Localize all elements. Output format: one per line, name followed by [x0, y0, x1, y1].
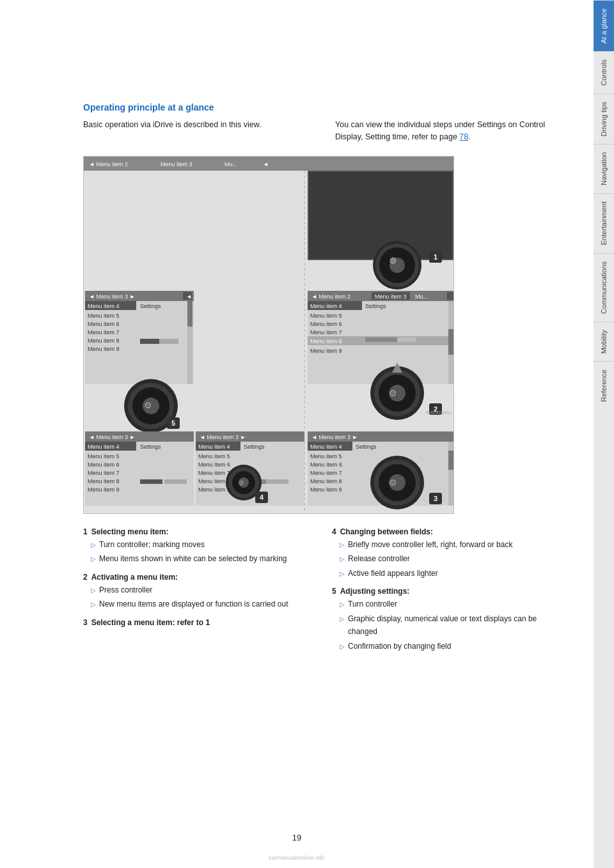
svg-text:◄ Menu item 3 ►: ◄ Menu item 3 ► — [311, 434, 358, 440]
bottom-logo: carmanualsonline.info — [0, 852, 594, 862]
svg-text:V0001E0938: V0001E0938 — [425, 410, 452, 414]
svg-text:1: 1 — [434, 253, 437, 261]
svg-text:⚙: ⚙ — [389, 477, 397, 488]
svg-rect-112 — [448, 451, 453, 470]
svg-text:Menu Item 6: Menu Item 6 — [198, 461, 230, 468]
svg-rect-49 — [140, 479, 162, 484]
tab-communications[interactable]: Communications — [594, 253, 614, 322]
svg-text:Menu item 9: Menu item 9 — [88, 486, 120, 493]
instructions-right: 4Changing between fields: ▷ Briefly move… — [332, 525, 562, 658]
tab-reference[interactable]: Reference — [594, 361, 614, 410]
svg-rect-6 — [309, 172, 452, 259]
svg-text:⚙: ⚙ — [239, 479, 244, 486]
svg-rect-71 — [448, 329, 453, 355]
svg-text:Settings: Settings — [140, 444, 161, 450]
svg-text:Menu item 7: Menu item 7 — [310, 329, 342, 336]
svg-text:Menu item 4: Menu item 4 — [310, 444, 342, 450]
svg-text:Menu item 8: Menu item 8 — [310, 478, 342, 484]
svg-text:⚙: ⚙ — [389, 256, 397, 266]
svg-text:Menu item 9: Menu item 9 — [310, 486, 342, 493]
svg-rect-50 — [164, 479, 187, 484]
svg-text:◄ Menu item 3 ►: ◄ Menu item 3 ► — [89, 434, 135, 440]
instructions-left: 1Selecting menu item: ▷ Turn controller;… — [83, 525, 313, 658]
svg-rect-68 — [365, 337, 397, 342]
tab-mobility[interactable]: Mobility — [594, 322, 614, 361]
sidebar-tabs: At a glance Controls Driving tips Naviga… — [594, 0, 614, 868]
svg-text:Menu item 6: Menu item 6 — [88, 321, 120, 327]
svg-text:Menu item 5: Menu item 5 — [198, 453, 230, 460]
svg-text:Mu...: Mu... — [415, 293, 428, 300]
svg-rect-0 — [84, 157, 454, 171]
svg-text:4: 4 — [260, 493, 264, 501]
diagram-svg: ◄ Menu item 2 Menu item 3 Mu... ◄ ⚙ 1 — [83, 156, 454, 514]
svg-text:Menu item 5: Menu item 5 — [88, 313, 120, 319]
intro-left: Basic operation via iDrive is described … — [83, 119, 310, 143]
svg-text:Menu item 3: Menu item 3 — [375, 293, 407, 300]
tab-at-a-glance[interactable]: At a glance — [594, 0, 614, 51]
tab-navigation[interactable]: Navigation — [594, 144, 614, 193]
svg-text:Menu item 8: Menu item 8 — [198, 478, 230, 484]
svg-text:Menu item 4: Menu item 4 — [88, 303, 120, 309]
svg-text:Menu Item 6: Menu Item 6 — [310, 461, 342, 468]
svg-text:Menu item 6: Menu item 6 — [88, 461, 120, 468]
svg-text:Menu item 4: Menu item 4 — [198, 444, 230, 450]
svg-text:Menu item 5: Menu item 5 — [310, 313, 342, 319]
svg-rect-57 — [447, 292, 453, 300]
svg-text:Menu item 5: Menu item 5 — [310, 453, 342, 460]
svg-text:Menu item 7: Menu item 7 — [310, 470, 342, 476]
svg-text:◄: ◄ — [263, 161, 269, 167]
svg-text:⚙: ⚙ — [389, 388, 397, 398]
page-ref[interactable]: 78 — [459, 132, 468, 141]
svg-rect-31 — [187, 301, 193, 327]
svg-text:◄ Menu item 3 ►: ◄ Menu item 3 ► — [200, 434, 246, 440]
svg-rect-28 — [140, 339, 159, 344]
svg-text:3: 3 — [434, 495, 437, 502]
tab-entertainment[interactable]: Entertainment — [594, 193, 614, 252]
svg-text:◄ Menu item 2: ◄ Menu item 2 — [89, 161, 128, 167]
svg-text:◄: ◄ — [186, 293, 192, 300]
svg-text:Menu item 8: Menu item 8 — [310, 338, 342, 345]
svg-text:⚙: ⚙ — [144, 400, 152, 410]
svg-text:Menu item 8: Menu item 8 — [88, 478, 120, 484]
svg-text:Menu item 8: Menu item 8 — [88, 337, 120, 344]
tab-driving-tips[interactable]: Driving tips — [594, 93, 614, 144]
svg-text:Menu item 9: Menu item 9 — [88, 346, 120, 352]
svg-text:Menu item 3: Menu item 3 — [161, 161, 193, 167]
main-diagram: ◄ Menu item 2 Menu item 3 Mu... ◄ ⚙ 1 — [83, 156, 562, 514]
svg-text:Settings: Settings — [365, 303, 386, 309]
svg-text:Menu item 7: Menu item 7 — [88, 329, 120, 336]
svg-text:5: 5 — [171, 419, 175, 427]
svg-text:Settings: Settings — [140, 303, 161, 309]
section-title: Operating principle at a glance — [83, 102, 562, 112]
svg-text:Menu item 9: Menu item 9 — [310, 348, 342, 354]
svg-text:Settings: Settings — [244, 444, 265, 450]
svg-text:Menu item 7: Menu item 7 — [88, 470, 120, 476]
svg-text:◄ Menu item 3 ►: ◄ Menu item 3 ► — [89, 293, 135, 300]
intro-right: You can view the individual steps under … — [335, 119, 562, 143]
svg-text:Menu item 4: Menu item 4 — [310, 303, 342, 309]
svg-text:Menu item 7: Menu item 7 — [198, 470, 230, 476]
page-number: 19 — [0, 833, 594, 842]
svg-text:Mu...: Mu... — [224, 161, 237, 167]
svg-text:◄ Menu item 2: ◄ Menu item 2 — [311, 293, 350, 300]
svg-text:Menu item 4: Menu item 4 — [88, 444, 120, 450]
svg-text:Settings: Settings — [356, 444, 377, 450]
tab-controls[interactable]: Controls — [594, 51, 614, 93]
svg-text:Menu item 6: Menu item 6 — [310, 321, 342, 327]
svg-text:Menu item 9: Menu item 9 — [198, 486, 230, 493]
svg-text:Menu item 5: Menu item 5 — [88, 453, 120, 460]
